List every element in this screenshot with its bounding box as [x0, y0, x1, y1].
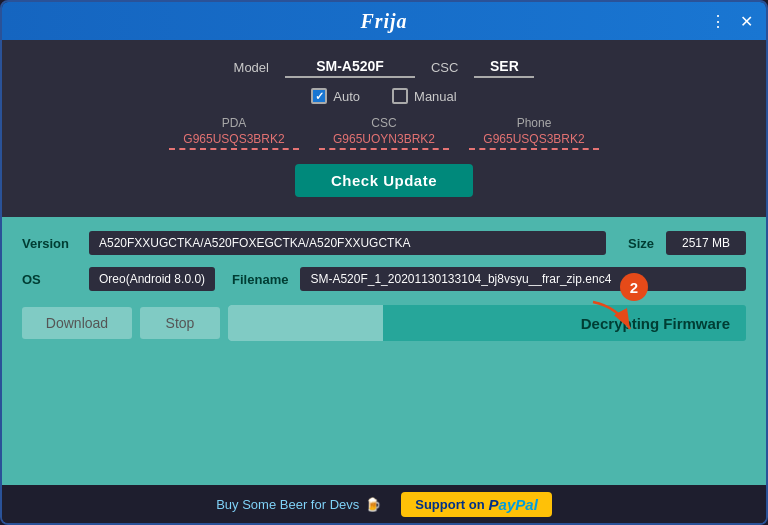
auto-checkbox[interactable]: [311, 88, 327, 104]
manual-checkbox-item[interactable]: Manual: [392, 88, 457, 104]
model-input[interactable]: [285, 56, 415, 78]
bottom-section: 2 Version A520FXXUGCTKA/A520FOXEGCTKA/A5…: [2, 217, 766, 485]
version-value: A520FXXUGCTKA/A520FOXEGCTKA/A520FXXUGCTK…: [89, 231, 606, 255]
csc-input[interactable]: [474, 56, 534, 78]
beer-icon: 🍺: [365, 497, 381, 512]
phone-value: G965USQS3BRK2: [469, 132, 599, 150]
pda-value: G965USQS3BRK2: [169, 132, 299, 150]
pda-item: PDA G965USQS3BRK2: [169, 116, 299, 150]
top-section: Model CSC Auto Manual PDA: [2, 40, 766, 217]
manual-label: Manual: [414, 89, 457, 104]
phone-label: Phone: [517, 116, 552, 130]
progress-bar-fill: [228, 305, 383, 341]
check-update-row: Check Update: [42, 164, 726, 197]
app-window: Frija ⋮ ✕ Model CSC Auto: [0, 0, 768, 525]
paypal-logo: PayPal: [489, 496, 538, 513]
firmware-info-row: PDA G965USQS3BRK2 CSC G965UOYN3BRK2 Phon…: [42, 116, 726, 150]
annotation-arrow: [588, 297, 638, 341]
csc-label: CSC: [431, 60, 458, 75]
pda-label: PDA: [222, 116, 247, 130]
app-title: Frija: [360, 10, 407, 33]
auto-label: Auto: [333, 89, 360, 104]
check-update-button[interactable]: Check Update: [295, 164, 473, 197]
manual-checkbox[interactable]: [392, 88, 408, 104]
os-value: Oreo(Android 8.0.0): [89, 267, 215, 291]
paypal-button[interactable]: Support on PayPal: [401, 492, 552, 517]
model-label: Model: [234, 60, 269, 75]
filename-label: Filename: [232, 272, 288, 287]
close-button[interactable]: ✕: [734, 9, 758, 33]
download-button[interactable]: Download: [22, 307, 132, 339]
progress-bar-container: Decrypting Firmware: [228, 305, 746, 341]
support-label: Support on: [415, 497, 484, 512]
footer-beer-text: Buy Some Beer for Devs 🍺: [216, 497, 381, 512]
main-content: Model CSC Auto Manual PDA: [2, 40, 766, 523]
os-label: OS: [22, 272, 77, 287]
window-controls: ⋮ ✕: [706, 9, 758, 33]
csc-fw-item: CSC G965UOYN3BRK2: [319, 116, 449, 150]
phone-item: Phone G965USQS3BRK2: [469, 116, 599, 150]
size-label: Size: [628, 236, 654, 251]
csc-fw-value: G965UOYN3BRK2: [319, 132, 449, 150]
version-row: Version A520FXXUGCTKA/A520FOXEGCTKA/A520…: [22, 231, 746, 255]
csc-fw-label: CSC: [371, 116, 396, 130]
auto-checkbox-item[interactable]: Auto: [311, 88, 360, 104]
stop-button[interactable]: Stop: [140, 307, 220, 339]
title-bar: Frija ⋮ ✕: [2, 2, 766, 40]
size-value: 2517 MB: [666, 231, 746, 255]
beer-text: Buy Some Beer for Devs: [216, 497, 359, 512]
checkbox-row: Auto Manual: [42, 88, 726, 104]
filename-value: SM-A520F_1_20201130133104_bj8vsyu__frar_…: [300, 267, 746, 291]
version-label: Version: [22, 236, 77, 251]
more-options-button[interactable]: ⋮: [706, 9, 730, 33]
footer: Buy Some Beer for Devs 🍺 Support on PayP…: [2, 485, 766, 523]
model-row: Model CSC: [42, 56, 726, 78]
